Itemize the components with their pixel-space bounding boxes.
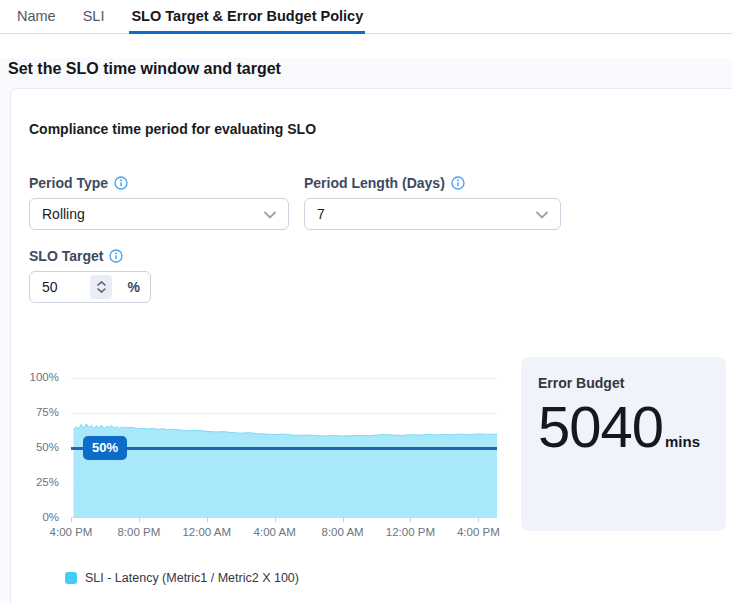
tab-slo-target-error-budget[interactable]: SLO Target & Error Budget Policy [131, 0, 363, 33]
x-axis-tick [71, 518, 72, 522]
slo-target-field: SLO Target % [29, 248, 732, 303]
legend-swatch [65, 572, 77, 584]
x-axis-tick [343, 518, 344, 522]
chevron-down-icon [264, 206, 276, 222]
slo-target-section: Set the SLO time window and target Compl… [0, 58, 732, 603]
error-budget-unit: mins [665, 433, 700, 450]
period-type-field: Period Type Rolling [29, 175, 289, 230]
x-axis-label: 4:00 PM [50, 526, 93, 538]
y-axis: 0%25%50%75%100% [29, 378, 59, 518]
chevron-down-icon [97, 288, 106, 293]
info-icon[interactable] [114, 176, 128, 190]
period-length-select[interactable]: 7 [304, 198, 561, 230]
period-type-value: Rolling [42, 206, 85, 222]
chart-legend[interactable]: SLI - Latency (Metric1 / Metric2 X 100) [65, 571, 497, 585]
info-icon[interactable] [451, 176, 465, 190]
quantity-stepper[interactable] [90, 275, 112, 299]
period-length-label: Period Length (Days) [304, 175, 445, 191]
period-form-row: Period Type Rolling Period Length (Days) [29, 175, 732, 230]
threshold-badge: 50% [83, 436, 127, 460]
percent-unit-label: % [128, 279, 140, 295]
x-axis-label: 8:00 AM [321, 526, 363, 538]
x-axis-tick [410, 518, 411, 522]
sli-preview-chart: 0%25%50%75%100% 50% 4:00 PM8:00 PM12:00 … [29, 378, 497, 585]
x-axis-label: 12:00 PM [386, 526, 435, 538]
legend-label: SLI - Latency (Metric1 / Metric2 X 100) [85, 571, 299, 585]
x-axis-tick [478, 518, 479, 522]
threshold-line [71, 447, 497, 450]
slo-target-label: SLO Target [29, 248, 103, 264]
period-length-value: 7 [317, 206, 325, 222]
tab-name[interactable]: Name [17, 0, 56, 33]
period-length-label-row: Period Length (Days) [304, 175, 561, 191]
tab-bar: Name SLI SLO Target & Error Budget Polic… [0, 0, 732, 34]
y-axis-label: 75% [36, 406, 59, 418]
compliance-panel: Compliance time period for evaluating SL… [10, 88, 732, 603]
page-title: Set the SLO time window and target [8, 58, 732, 80]
info-icon[interactable] [109, 249, 123, 263]
x-axis-label: 12:00 AM [182, 526, 231, 538]
y-axis-label: 50% [36, 441, 59, 453]
error-budget-title: Error Budget [538, 375, 709, 391]
slo-target-input-group: % [29, 271, 151, 303]
y-axis-label: 100% [30, 371, 59, 383]
period-type-label: Period Type [29, 175, 108, 191]
y-axis-label: 25% [36, 476, 59, 488]
x-axis-label: 8:00 PM [117, 526, 160, 538]
error-budget-card: Error Budget 5040 mins [521, 357, 726, 531]
x-axis-tick [139, 518, 140, 522]
x-axis-label: 4:00 AM [254, 526, 296, 538]
slo-target-input[interactable] [42, 279, 90, 295]
error-budget-value: 5040 [538, 393, 663, 460]
tab-sli[interactable]: SLI [83, 0, 105, 33]
period-type-select[interactable]: Rolling [29, 198, 289, 230]
preview-row: 0%25%50%75%100% 50% 4:00 PM8:00 PM12:00 … [29, 357, 732, 585]
compliance-title: Compliance time period for evaluating SL… [29, 121, 732, 137]
y-axis-label: 0% [42, 511, 59, 523]
period-length-field: Period Length (Days) 7 [304, 175, 561, 230]
chevron-down-icon [536, 206, 548, 222]
slo-target-label-row: SLO Target [29, 248, 732, 264]
x-axis-label: 4:00 PM [457, 526, 500, 538]
x-axis-tick [275, 518, 276, 522]
plot-area: 50% 4:00 PM8:00 PM12:00 AM4:00 AM8:00 AM… [71, 378, 497, 518]
chevron-up-icon [97, 281, 106, 286]
x-axis-tick [207, 518, 208, 522]
period-type-label-row: Period Type [29, 175, 289, 191]
